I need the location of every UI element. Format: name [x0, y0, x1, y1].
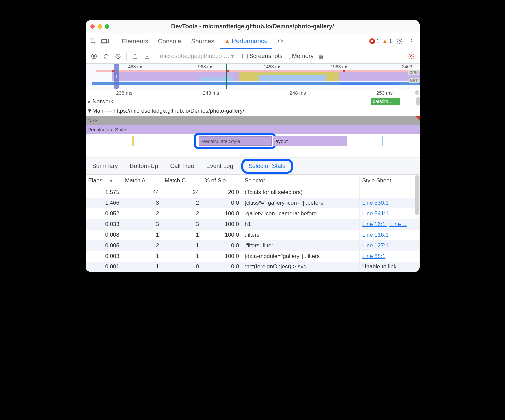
task-entry[interactable]: Task — [86, 116, 420, 125]
tab-console[interactable]: Console — [154, 33, 185, 49]
table-row[interactable]: 0.05222100.0.gallery-icon--camera::befor… — [86, 208, 420, 219]
record-button[interactable] — [89, 52, 99, 61]
inspect-icon[interactable] — [89, 37, 98, 46]
traffic-lights — [90, 24, 109, 29]
recalculate-style-selected[interactable]: Recalculate Style — [199, 136, 272, 146]
tab-event-log[interactable]: Event Log — [202, 161, 237, 172]
overview-ticks: 463 ms 963 ms 1463 ms 1963 ms 2463 ms — [86, 64, 420, 69]
scrollbar[interactable] — [415, 175, 419, 215]
overview-handle[interactable] — [114, 64, 119, 89]
memory-toggle[interactable]: Memory — [285, 53, 314, 60]
minimize-button[interactable] — [98, 24, 102, 29]
tab-call-tree[interactable]: Call Tree — [166, 161, 198, 172]
recalculate-style-entry[interactable]: Recalculate Style — [86, 125, 420, 134]
reload-record-button[interactable] — [101, 52, 111, 61]
main-track-header[interactable]: ▼ Main — https://microsoftedge.github.io… — [86, 106, 420, 116]
stylesheet-cell: Line 541:1 — [359, 208, 419, 219]
tick-label: 1463 ms — [263, 64, 281, 69]
recording-select[interactable]: microsoftedge.github.io … ▾ — [159, 53, 235, 60]
tab-bottom-up[interactable]: Bottom-Up — [126, 161, 162, 172]
cell: 0.0 — [202, 198, 242, 208]
table-row[interactable]: 1.575442420.0(Totals for all selectors) — [86, 187, 420, 198]
network-track-header[interactable]: ▶ Network data:im… — [86, 97, 420, 106]
chevron-down-icon: ▾ — [231, 53, 234, 60]
screenshots-toggle[interactable]: Screenshots — [242, 53, 283, 60]
recalc-inner-label: Recalculate Style — [202, 138, 240, 144]
table-row[interactable]: 0.00311100.0[data-module="gallery"] .fil… — [86, 251, 420, 262]
cell: 0.008 — [86, 230, 122, 240]
cell: 1 — [122, 251, 162, 262]
main-track-label: Main — https://microsoftedge.github.io/D… — [92, 108, 244, 114]
stylesheet-link[interactable]: Line 541:1 — [362, 210, 389, 217]
layout-label: ayout — [276, 138, 288, 144]
tab-performance-label: Performance — [232, 37, 268, 45]
cell: [class*=" gallery-icon--"]::before — [242, 198, 360, 208]
close-button[interactable] — [90, 24, 95, 29]
tab-sources[interactable]: Sources — [187, 33, 218, 49]
timeline-overview[interactable]: 463 ms 963 ms 1463 ms 1963 ms 2463 ms CP… — [86, 64, 420, 89]
table-row[interactable]: 1.466320.0[class*=" gallery-icon--"]::be… — [86, 198, 420, 208]
network-entry[interactable]: data:im… — [371, 98, 400, 105]
cell: 0.005 — [86, 240, 122, 251]
table-row[interactable]: 0.001100.0:not(foreignObject) > svgUnabl… — [86, 262, 420, 272]
col-match-attempts[interactable]: Match A… — [122, 175, 162, 187]
cell: .filters — [242, 230, 360, 240]
svg-point-6 — [93, 55, 95, 57]
stylesheet-cell: Line 16:1 , Line… — [359, 219, 419, 230]
svg-line-8 — [116, 55, 119, 58]
cell: 20.0 — [202, 187, 242, 198]
cell: 0 — [162, 262, 202, 272]
col-match-count[interactable]: Match C… — [162, 175, 202, 187]
cell: 24 — [162, 187, 202, 198]
maximize-button[interactable] — [105, 24, 109, 29]
error-icon: ✕ — [369, 38, 375, 44]
cell: 0.003 — [86, 251, 122, 262]
flame-chart[interactable]: ▶ Network data:im… ▼ Main — https://micr… — [86, 97, 420, 158]
tick-label: 1963 ms — [330, 64, 348, 69]
collect-garbage-button[interactable] — [316, 52, 326, 61]
ruler-tick: 238 ms — [116, 90, 132, 96]
tab-performance[interactable]: ▲ Performance — [220, 34, 272, 49]
col-selector[interactable]: Selector — [242, 175, 360, 187]
tab-selector-stats[interactable]: Selector Stats — [241, 159, 293, 174]
clear-button[interactable] — [113, 52, 123, 61]
disclosure-right-icon: ▶ — [88, 99, 91, 104]
cell: 100.0 — [202, 251, 242, 262]
tab-elements[interactable]: Elements — [118, 33, 152, 49]
recording-url-label: microsoftedge.github.io … — [160, 53, 230, 60]
error-count[interactable]: ✕ 1 — [369, 38, 379, 45]
flame-row: Recalculate Style ayout — [86, 134, 420, 148]
stylesheet-link[interactable]: Line 116:1 — [362, 232, 389, 238]
download-button[interactable] — [142, 52, 152, 61]
col-pct-slow[interactable]: % of Slo… — [202, 175, 242, 187]
stylesheet-link[interactable]: Line 530:1 — [362, 200, 389, 206]
warning-count-label: 1 — [389, 38, 392, 45]
capture-settings-icon[interactable] — [406, 52, 416, 61]
warning-count[interactable]: ▲ 1 — [382, 38, 392, 45]
settings-icon[interactable] — [395, 37, 404, 46]
device-toolbar-icon[interactable] — [100, 37, 110, 46]
layout-entry[interactable]: ayout — [273, 136, 347, 146]
table-row[interactable]: 0.005210.0.filters .filterLine 127:1 — [86, 240, 420, 251]
upload-button[interactable] — [130, 52, 140, 61]
col-elapsed[interactable]: Elaps…▼ — [86, 175, 122, 187]
titlebar: DevTools - microsoftedge.github.io/Demos… — [86, 20, 420, 33]
more-icon[interactable]: ⋮ — [407, 37, 416, 46]
flame-ruler: 238 ms 243 ms 248 ms 253 ms — [86, 89, 420, 97]
stylesheet-link[interactable]: Line 127:1 — [362, 242, 389, 249]
cell: 1.466 — [86, 198, 122, 208]
table-row[interactable]: 0.03333100.0h1Line 16:1 , Line… — [86, 219, 420, 230]
stylesheet-link[interactable]: Line 16:1 , Line… — [362, 221, 407, 227]
table-row[interactable]: 0.00811100.0.filtersLine 116:1 — [86, 230, 420, 240]
ruler-tick: 243 ms — [203, 90, 219, 96]
cell: 1 — [162, 240, 202, 251]
tab-summary[interactable]: Summary — [88, 161, 122, 172]
tick-label: 963 ms — [198, 64, 213, 69]
panel-tabs: Elements Console Sources ▲ Performance >… — [86, 33, 420, 49]
stylesheet-link[interactable]: Line 88:1 — [362, 253, 386, 259]
scrollbar[interactable] — [415, 90, 419, 95]
col-stylesheet[interactable]: Style Sheet — [359, 175, 419, 187]
cell: 0.033 — [86, 219, 122, 230]
warning-icon: ▲ — [224, 38, 230, 44]
more-tabs-button[interactable]: >> — [274, 38, 286, 45]
